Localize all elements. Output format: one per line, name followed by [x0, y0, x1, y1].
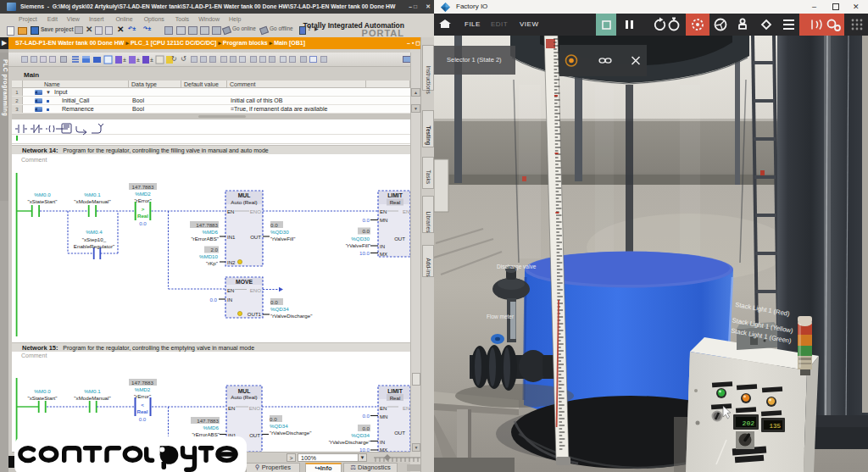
- svg-text:%QD34: %QD34: [270, 306, 289, 312]
- svg-text:%MD10: %MD10: [199, 253, 219, 259]
- svg-text:MX: MX: [380, 447, 387, 452]
- svg-text:"xStateStart": "xStateStart": [27, 198, 57, 204]
- svg-text:%QD34: %QD34: [351, 432, 370, 438]
- svg-text:0.0: 0.0: [270, 416, 277, 422]
- svg-text:0.0: 0.0: [270, 299, 278, 305]
- svg-text:MOVE: MOVE: [236, 279, 253, 285]
- svg-text:0.0: 0.0: [209, 297, 217, 303]
- svg-text:0.0: 0.0: [139, 220, 147, 226]
- svg-text:0.0: 0.0: [362, 413, 370, 419]
- svg-text:%MD2: %MD2: [135, 191, 151, 197]
- svg-text:MN: MN: [380, 414, 387, 419]
- svg-text:"xModeManual": "xModeManual": [74, 395, 110, 401]
- svg-text:IN1: IN1: [227, 234, 236, 240]
- svg-text:Auto (Real): Auto (Real): [231, 394, 257, 400]
- svg-text:ENO: ENO: [249, 405, 260, 411]
- svg-text:%M0.4: %M0.4: [86, 229, 103, 235]
- svg-text:Real: Real: [390, 199, 401, 205]
- svg-text:±: ±: [150, 57, 153, 63]
- svg-text:EN: EN: [227, 287, 234, 293]
- svg-text:%M0.1: %M0.1: [84, 388, 101, 394]
- svg-text:"xStep10_: "xStep10_: [82, 236, 107, 242]
- svg-text:"rError": "rError": [134, 393, 151, 399]
- svg-text:"rKp": "rKp": [206, 260, 218, 266]
- svg-text:"rValveFill": "rValveFill": [270, 236, 295, 242]
- svg-text:"rError": "rError": [134, 197, 151, 203]
- svg-text:"rValveDischarge": "rValveDischarge": [270, 430, 311, 436]
- svg-text:ENO: ENO: [250, 287, 261, 293]
- svg-text:MN: MN: [380, 217, 387, 223]
- svg-text:LIMIT: LIMIT: [387, 388, 403, 394]
- svg-text:%MD2: %MD2: [135, 386, 151, 392]
- svg-text:Auto (Real): Auto (Real): [231, 199, 257, 205]
- svg-text:%M0.0: %M0.0: [34, 388, 51, 394]
- svg-text:OUT1: OUT1: [248, 311, 262, 317]
- svg-text:MX: MX: [380, 251, 387, 257]
- svg-text:"rValveDischarge": "rValveDischarge": [329, 439, 370, 445]
- svg-text:IN: IN: [380, 243, 385, 249]
- svg-text:Discharge valve: Discharge valve: [497, 264, 537, 270]
- svg-text:%M0.0: %M0.0: [34, 192, 51, 197]
- svg-text:"rValveDischarge": "rValveDischarge": [270, 313, 312, 319]
- svg-text:0.0: 0.0: [270, 222, 278, 228]
- svg-text:Flow meter: Flow meter: [487, 314, 515, 319]
- svg-text:OUT: OUT: [394, 236, 405, 242]
- svg-text:"xStateStart": "xStateStart": [27, 395, 57, 401]
- svg-text:Real: Real: [136, 408, 147, 414]
- svg-text:<: <: [141, 402, 144, 408]
- svg-text:147.7883: 147.7883: [132, 184, 154, 190]
- svg-text:202: 202: [743, 419, 755, 427]
- svg-text:147.7883: 147.7883: [131, 380, 153, 386]
- svg-text:ENO: ENO: [403, 208, 410, 214]
- svg-text:147.7883: 147.7883: [197, 418, 219, 424]
- svg-text:±: ±: [136, 57, 140, 63]
- svg-text:IN: IN: [380, 439, 385, 445]
- svg-text:EnableRegulator": EnableRegulator": [74, 243, 114, 249]
- svg-text:10.0: 10.0: [359, 250, 370, 256]
- svg-text:>: >: [142, 206, 145, 212]
- svg-text:0.0: 0.0: [362, 217, 370, 223]
- svg-text:"rValveFill": "rValveFill": [346, 242, 370, 248]
- svg-text:IN: IN: [227, 297, 232, 303]
- svg-text:EN: EN: [228, 405, 235, 411]
- svg-text:Real: Real: [137, 213, 148, 219]
- svg-text:%MD6: %MD6: [202, 229, 218, 235]
- svg-text:Real: Real: [390, 395, 401, 401]
- svg-text:ENO: ENO: [403, 405, 410, 411]
- svg-text:%QD30: %QD30: [351, 236, 370, 242]
- svg-text:%QD34: %QD34: [270, 423, 288, 429]
- svg-text:EN: EN: [380, 405, 387, 411]
- svg-text:0.0: 0.0: [362, 228, 370, 234]
- svg-text:LIMIT: LIMIT: [387, 192, 403, 198]
- svg-text:ENO: ENO: [250, 208, 261, 214]
- svg-text:"rErrorABS": "rErrorABS": [191, 236, 219, 242]
- svg-text:EN: EN: [380, 208, 387, 214]
- svg-text:MUL: MUL: [238, 192, 251, 198]
- svg-text:2.0: 2.0: [210, 247, 218, 253]
- svg-text:OUT: OUT: [394, 430, 405, 436]
- svg-text:135: 135: [769, 423, 781, 430]
- svg-text:EN: EN: [227, 208, 234, 214]
- svg-text:147.7883: 147.7883: [196, 222, 218, 228]
- svg-text:0.0: 0.0: [139, 416, 147, 422]
- svg-text:%QD30: %QD30: [270, 229, 289, 235]
- svg-text:OUT: OUT: [250, 234, 261, 240]
- svg-text:IN2: IN2: [227, 259, 236, 265]
- svg-text:±: ±: [123, 57, 126, 63]
- svg-text:0.0: 0.0: [362, 425, 370, 431]
- svg-text:MUL: MUL: [238, 388, 251, 394]
- svg-text:10.0: 10.0: [359, 447, 370, 452]
- svg-text:%M0.1: %M0.1: [84, 192, 101, 197]
- svg-text:"xModeManual": "xModeManual": [74, 198, 110, 204]
